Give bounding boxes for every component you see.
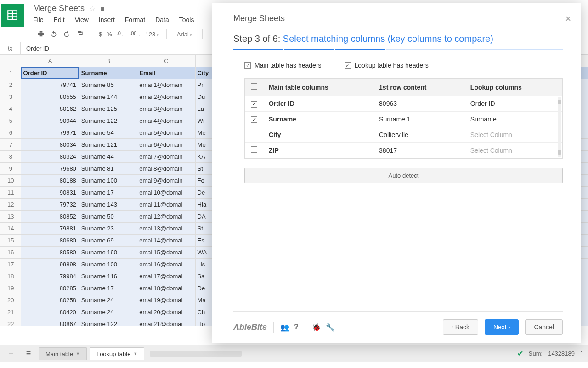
row-header[interactable]: 1 bbox=[0, 67, 21, 79]
row-header[interactable]: 19 bbox=[0, 282, 21, 294]
col-header-C[interactable]: C bbox=[137, 55, 195, 67]
row-header[interactable]: 14 bbox=[0, 223, 21, 235]
cell[interactable]: email14@domai bbox=[137, 235, 195, 247]
table-scrollbar[interactable] bbox=[558, 97, 561, 157]
cell[interactable]: 80285 bbox=[21, 282, 79, 294]
cell[interactable]: Surname 54 bbox=[79, 127, 137, 139]
cell[interactable]: Surname 17 bbox=[79, 187, 137, 199]
menu-insert[interactable]: Insert bbox=[99, 16, 115, 23]
row-header[interactable]: 15 bbox=[0, 235, 21, 247]
cell[interactable]: 80258 bbox=[21, 294, 79, 306]
row-header[interactable]: 20 bbox=[0, 294, 21, 306]
cell[interactable]: email19@domai bbox=[137, 294, 195, 306]
add-sheet-button[interactable]: + bbox=[4, 347, 18, 360]
cell[interactable]: 79680 bbox=[21, 163, 79, 175]
cell[interactable]: Email bbox=[137, 67, 195, 79]
menu-file[interactable]: File bbox=[33, 16, 44, 23]
doc-title[interactable]: Merge Sheets bbox=[33, 4, 85, 13]
cancel-button[interactable]: Cancel bbox=[525, 319, 563, 335]
row-checkbox[interactable]: ✓ bbox=[251, 101, 257, 108]
cell[interactable]: email5@domain bbox=[137, 127, 195, 139]
row-header[interactable]: 22 bbox=[0, 318, 21, 327]
cell[interactable]: Surname 69 bbox=[79, 235, 137, 247]
close-icon[interactable]: × bbox=[565, 13, 571, 25]
cell[interactable]: 79732 bbox=[21, 199, 79, 211]
cell[interactable]: 80867 bbox=[21, 318, 79, 327]
menu-tools[interactable]: Tools bbox=[179, 16, 194, 23]
row-header[interactable]: 7 bbox=[0, 139, 21, 151]
cell[interactable]: email15@domai bbox=[137, 247, 195, 259]
horizontal-scrollbar[interactable] bbox=[150, 351, 242, 356]
row-header[interactable]: 8 bbox=[0, 151, 21, 163]
col-header-A[interactable]: A bbox=[21, 55, 79, 67]
cell[interactable]: Surname 143 bbox=[79, 199, 137, 211]
row-checkbox[interactable] bbox=[251, 131, 257, 137]
cell[interactable]: Surname 81 bbox=[79, 163, 137, 175]
cell[interactable]: Surname 122 bbox=[79, 115, 137, 127]
auto-detect-button[interactable]: Auto detect bbox=[244, 168, 563, 183]
help-icon[interactable]: ? bbox=[294, 323, 299, 331]
select-all-checkbox[interactable] bbox=[251, 83, 257, 90]
decrease-decimal[interactable]: .0← bbox=[117, 30, 125, 37]
row-header[interactable]: 18 bbox=[0, 270, 21, 282]
cell[interactable]: email18@domai bbox=[137, 282, 195, 294]
cell[interactable]: 90944 bbox=[21, 115, 79, 127]
row-header[interactable]: 13 bbox=[0, 211, 21, 223]
cell[interactable]: Surname 100 bbox=[79, 175, 137, 187]
menu-edit[interactable]: Edit bbox=[54, 16, 65, 23]
row-header[interactable]: 4 bbox=[0, 103, 21, 115]
bug-icon[interactable]: 🐞 bbox=[312, 323, 321, 332]
cell[interactable]: 80680 bbox=[21, 235, 79, 247]
cell[interactable]: email1@domain bbox=[137, 79, 195, 91]
row-header[interactable]: 12 bbox=[0, 199, 21, 211]
wrench-icon[interactable]: 🔧 bbox=[326, 323, 335, 332]
cell[interactable]: 80324 bbox=[21, 151, 79, 163]
cell[interactable]: Surname bbox=[79, 67, 137, 79]
cell[interactable]: email20@domai bbox=[137, 306, 195, 318]
row-header[interactable]: 3 bbox=[0, 91, 21, 103]
cell[interactable]: email12@domai bbox=[137, 211, 195, 223]
cell[interactable]: 79971 bbox=[21, 127, 79, 139]
lookup-column-select[interactable]: Select Column bbox=[465, 143, 562, 158]
row-header[interactable]: 9 bbox=[0, 163, 21, 175]
row-checkbox[interactable] bbox=[251, 146, 257, 153]
cell[interactable]: 80034 bbox=[21, 139, 79, 151]
sheets-logo[interactable] bbox=[1, 4, 24, 27]
row-header[interactable]: 16 bbox=[0, 247, 21, 259]
cell[interactable]: email13@domai bbox=[137, 223, 195, 235]
cell[interactable]: Surname 50 bbox=[79, 211, 137, 223]
cell[interactable]: 79741 bbox=[21, 79, 79, 91]
chevron-up-icon[interactable]: ˄ bbox=[580, 351, 582, 356]
cell[interactable]: 80555 bbox=[21, 91, 79, 103]
cell[interactable]: email21@domai bbox=[137, 318, 195, 327]
cell[interactable]: email2@domain bbox=[137, 91, 195, 103]
sheet-tab-main[interactable]: Main table▼ bbox=[39, 347, 87, 360]
cell[interactable]: email8@domain bbox=[137, 163, 195, 175]
cell[interactable]: email17@domai bbox=[137, 270, 195, 282]
row-header[interactable]: 10 bbox=[0, 175, 21, 187]
cell[interactable]: email9@domain bbox=[137, 175, 195, 187]
row-header[interactable]: 11 bbox=[0, 187, 21, 199]
cell[interactable]: 99898 bbox=[21, 259, 79, 270]
menu-view[interactable]: View bbox=[75, 16, 89, 23]
cell[interactable]: Surname 144 bbox=[79, 91, 137, 103]
cell[interactable]: email11@domai bbox=[137, 199, 195, 211]
cell[interactable]: Surname 116 bbox=[79, 270, 137, 282]
cell[interactable]: Surname 23 bbox=[79, 223, 137, 235]
redo-icon[interactable] bbox=[62, 30, 71, 38]
font-dropdown[interactable]: Arial bbox=[174, 31, 195, 38]
cell[interactable]: 90831 bbox=[21, 187, 79, 199]
cell[interactable]: 80188 bbox=[21, 175, 79, 187]
cell[interactable]: Surname 24 bbox=[79, 306, 137, 318]
cell[interactable]: Surname 44 bbox=[79, 151, 137, 163]
cell[interactable]: Surname 160 bbox=[79, 247, 137, 259]
cell[interactable]: Surname 100 bbox=[79, 259, 137, 270]
cell[interactable]: email6@domain bbox=[137, 139, 195, 151]
row-header[interactable]: 17 bbox=[0, 259, 21, 270]
star-icon[interactable]: ☆ bbox=[89, 4, 96, 13]
cell[interactable]: 80852 bbox=[21, 211, 79, 223]
row-header[interactable]: 21 bbox=[0, 306, 21, 318]
cell[interactable]: 80580 bbox=[21, 247, 79, 259]
all-sheets-button[interactable]: ≡ bbox=[21, 347, 36, 360]
cell[interactable]: Surname 125 bbox=[79, 103, 137, 115]
